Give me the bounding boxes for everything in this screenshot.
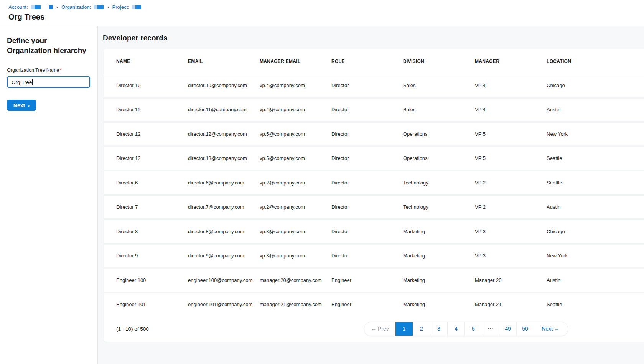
pagination-ellipsis[interactable]: ••• — [482, 322, 499, 336]
cell-manager: VP 5 — [475, 131, 547, 137]
pagination-range: (1 - 10) of 500 — [116, 326, 149, 332]
cell-email: director.8@company.com — [188, 229, 260, 234]
cell-division: Technology — [403, 204, 475, 210]
cell-location: New York — [547, 131, 618, 137]
pagination-page-49[interactable]: 49 — [499, 322, 516, 336]
column-header: ROLE — [331, 59, 403, 64]
cell-name: Director 12 — [116, 131, 188, 137]
pagination-prev-button[interactable]: ← Prev — [364, 322, 395, 336]
table-row[interactable]: Director 13 director.13@company.com vp.5… — [104, 147, 644, 170]
table-header-row: NAMEEMAILMANAGER EMAILROLEDIVISIONMANAGE… — [104, 49, 644, 74]
cell-manager-email: manager.21@company.com — [260, 301, 331, 307]
pagination-next-button[interactable]: Next → — [534, 322, 568, 336]
sidebar: Define your Organization hierarchy Organ… — [0, 26, 98, 364]
section-heading: Developer records — [103, 34, 644, 42]
table-row[interactable]: Director 6 director.6@company.com vp.2@c… — [104, 171, 644, 194]
cell-manager: VP 2 — [475, 180, 547, 186]
cell-role: Director — [331, 253, 403, 259]
top-header: Account: › Organization: › Project: Org … — [0, 0, 644, 26]
table-row[interactable]: Director 11 director.11@company.com vp.4… — [104, 99, 644, 121]
table-row[interactable]: Director 7 director.7@company.com vp.2@c… — [104, 196, 644, 219]
sidebar-heading-line1: Define your — [7, 36, 47, 44]
sidebar-heading: Define your Organization hierarchy — [7, 36, 91, 56]
cell-manager: Manager 21 — [475, 301, 547, 307]
next-button-label: Next — [13, 102, 25, 109]
cell-manager: VP 3 — [475, 229, 547, 234]
column-header: EMAIL — [188, 59, 260, 64]
cell-name: Director 7 — [116, 204, 188, 210]
table-row[interactable]: Director 8 director.8@company.com vp.3@c… — [104, 220, 644, 243]
cell-manager: VP 4 — [475, 107, 547, 112]
cell-email: director.11@company.com — [188, 107, 260, 112]
cell-location: Chicago — [547, 82, 618, 88]
cell-name: Director 13 — [116, 155, 188, 161]
cell-manager-email: vp.2@company.com — [260, 180, 331, 186]
chevron-right-icon: › — [28, 102, 30, 108]
table-row[interactable]: Director 9 director.9@company.com vp.3@c… — [104, 245, 644, 267]
cell-email: engineer.101@company.com — [188, 301, 260, 307]
cell-location: Seattle — [547, 180, 618, 186]
cell-location: New York — [547, 253, 618, 259]
cell-division: Sales — [403, 107, 475, 112]
chevron-right-icon: › — [106, 5, 109, 10]
tree-name-label-text: Organization Tree Name — [7, 68, 59, 73]
tree-name-input[interactable]: Org Tree — [7, 76, 90, 88]
cell-manager-email: vp.4@company.com — [260, 107, 331, 112]
required-asterisk: * — [60, 68, 62, 73]
cell-role: Director — [331, 155, 403, 161]
cell-name: Director 8 — [116, 229, 188, 234]
cell-manager-email: vp.5@company.com — [260, 155, 331, 161]
cell-role: Director — [331, 82, 403, 88]
cell-role: Engineer — [331, 277, 403, 283]
cell-division: Marketing — [403, 301, 475, 307]
cell-email: director.9@company.com — [188, 253, 260, 259]
cell-role: Director — [331, 180, 403, 186]
cell-role: Director — [331, 131, 403, 137]
cell-location: Austin — [547, 204, 618, 210]
pagination-page-5[interactable]: 5 — [464, 322, 482, 336]
developer-records-card: NAMEEMAILMANAGER EMAILROLEDIVISIONMANAGE… — [104, 49, 644, 342]
cell-name: Director 6 — [116, 180, 188, 186]
table-body: Director 10 director.10@company.com vp.4… — [104, 74, 644, 316]
cell-location: Austin — [547, 277, 618, 283]
cell-division: Technology — [403, 180, 475, 186]
breadcrumb-account-link[interactable]: Account: — [8, 4, 28, 10]
breadcrumb-organization-link[interactable]: Organization: — [61, 4, 91, 10]
text-cursor — [32, 79, 33, 85]
cell-manager: Manager 20 — [475, 277, 547, 283]
pagination-page-4[interactable]: 4 — [447, 322, 464, 336]
cell-name: Director 9 — [116, 253, 188, 259]
redacted-organization-value — [94, 5, 104, 9]
cell-manager-email: vp.3@company.com — [260, 253, 331, 259]
table-row[interactable]: Director 10 director.10@company.com vp.4… — [104, 74, 644, 97]
column-header: MANAGER EMAIL — [260, 59, 331, 64]
cell-email: director.13@company.com — [188, 155, 260, 161]
main-content: Developer records NAMEEMAILMANAGER EMAIL… — [98, 26, 644, 364]
pagination-page-2[interactable]: 2 — [413, 322, 430, 336]
next-button[interactable]: Next › — [7, 100, 36, 111]
cell-manager: VP 2 — [475, 204, 547, 210]
breadcrumb-project-link[interactable]: Project: — [112, 4, 129, 10]
table-row[interactable]: Director 12 director.12@company.com vp.5… — [104, 123, 644, 145]
pagination-page-50[interactable]: 50 — [516, 322, 534, 336]
cell-role: Director — [331, 107, 403, 112]
cell-name: Director 10 — [116, 82, 188, 88]
cell-name: Engineer 101 — [116, 301, 188, 307]
pagination-page-1[interactable]: 1 — [395, 322, 413, 336]
table-footer: (1 - 10) of 500 ← Prev 12345•••4950 Next… — [104, 316, 644, 342]
cell-email: director.10@company.com — [188, 82, 260, 88]
cell-role: Director — [331, 229, 403, 234]
column-header: LOCATION — [547, 59, 618, 64]
cell-role: Director — [331, 204, 403, 210]
table-row[interactable]: Engineer 101 engineer.101@company.com ma… — [104, 293, 644, 316]
breadcrumb: Account: › Organization: › Project: — [8, 4, 644, 10]
cell-location: Seattle — [547, 301, 618, 307]
cell-manager-email: vp.2@company.com — [260, 204, 331, 210]
cell-division: Operations — [403, 155, 475, 161]
cell-division: Marketing — [403, 277, 475, 283]
cell-email: director.7@company.com — [188, 204, 260, 210]
cell-location: Austin — [547, 107, 618, 112]
table-row[interactable]: Engineer 100 engineer.100@company.com ma… — [104, 269, 644, 292]
pagination-page-3[interactable]: 3 — [430, 322, 447, 336]
redacted-account-badge — [49, 5, 53, 9]
